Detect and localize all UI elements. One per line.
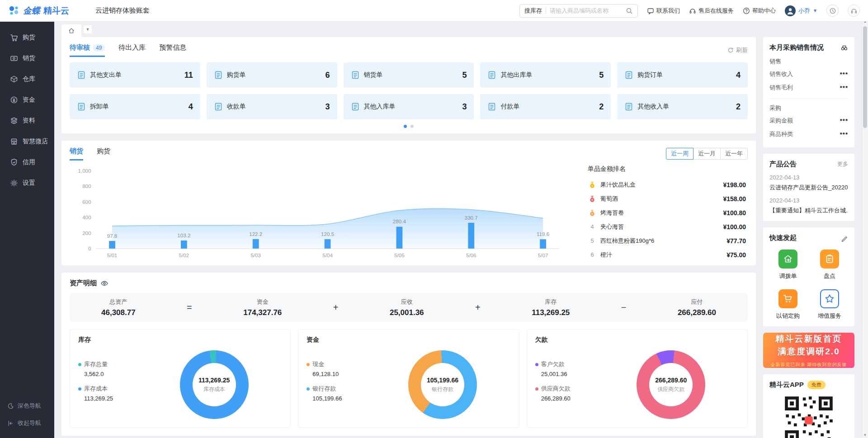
announcement-item[interactable]: 2022-04-13 云进销存产品更新公告_20220... [769, 174, 848, 192]
range-month-button[interactable]: 近一月 [693, 148, 721, 160]
range-year-button[interactable]: 近一年 [720, 148, 748, 160]
brand-logo[interactable]: 金蝶 精斗云 [8, 5, 69, 17]
tab-pending-review[interactable]: 待审核 49 [70, 43, 105, 57]
binoculars-icon[interactable] [840, 44, 848, 52]
funds-donut-chart[interactable]: 105,199.66 银行存款 [408, 350, 477, 419]
tile-count: 11 [184, 71, 193, 80]
tile-receipt[interactable]: 收款单 3 [207, 94, 337, 119]
tile-purchase-request[interactable]: 购货订单 4 [617, 62, 748, 88]
quick-transfer-order[interactable]: 调拨单 [769, 250, 807, 280]
ranking-row[interactable]: 4 夹心海苔 ¥100.00 [588, 220, 746, 234]
summary-label: 库存 [532, 298, 570, 306]
operator: − [621, 302, 627, 313]
todo-panel: 待审核 49 待出入库 预警信息 刷新 [61, 37, 756, 133]
summary-value: 113,269.25 [532, 308, 570, 317]
user-menu[interactable]: 小乔 ▼ [785, 5, 817, 16]
ranking-row[interactable]: 烤海苔卷 ¥100.80 [588, 206, 746, 220]
page-dot-1[interactable] [404, 125, 407, 128]
search-scope-selector[interactable]: 搜库存 [524, 7, 542, 15]
scroll-down-arrow[interactable]: ▼ [862, 432, 868, 438]
contact-us-link[interactable]: 联系我们 [647, 7, 680, 15]
product-types-row: 商品种类 *** [769, 127, 848, 141]
sidebar-item-credit[interactable]: 信用 [0, 152, 54, 173]
tab-pending-inout[interactable]: 待出入库 [118, 43, 146, 57]
after-sales-label: 售后在线服务 [698, 7, 734, 15]
tab-alerts[interactable]: 预警信息 [159, 43, 186, 57]
ranking-row[interactable]: 6 橙汁 ¥75.00 [588, 248, 746, 262]
legend-label: 供应商欠款 [541, 385, 571, 393]
inventory-donut-chart[interactable]: 113,269.25 库存成本 [180, 350, 249, 419]
tab-home[interactable] [61, 24, 81, 37]
donut-center-value: 105,199.66 [427, 377, 458, 384]
after-sales-link[interactable]: 售后在线服务 [689, 7, 734, 15]
tile-sales-order[interactable]: 销货单 5 [344, 62, 474, 88]
help-center-link[interactable]: 帮助中心 [743, 7, 776, 15]
quick-stocktake[interactable]: 盘点 [811, 250, 848, 280]
pending-count-badge: 49 [93, 44, 105, 52]
sidebar-item-data[interactable]: 资料 [0, 110, 54, 131]
sidebar-item-funds[interactable]: 资金 [0, 89, 54, 110]
scrollbar-thumb[interactable] [863, 26, 867, 128]
tile-other-expense[interactable]: 其他支出单 11 [70, 62, 200, 88]
tile-disassembly[interactable]: 拆卸单 4 [70, 94, 200, 119]
svg-text:330.7: 330.7 [465, 215, 478, 221]
survey-banner[interactable]: 精斗云新版首页 满意度调研2.0 全新首页已到来 期待收到您的反馈 [763, 333, 854, 368]
coin-icon [10, 96, 18, 104]
cart-icon [10, 33, 18, 42]
debt-donut-chart[interactable]: 266,289.60 供应商欠款 [637, 350, 705, 419]
banknote-icon [10, 54, 18, 62]
more-link[interactable]: 更多 [837, 160, 848, 168]
range-week-button[interactable]: 近一周 [666, 148, 693, 160]
tile-other-outbound[interactable]: 其他出库单 5 [480, 62, 611, 88]
tile-other-inbound[interactable]: 其他入库单 3 [344, 94, 474, 119]
sidebar-item-purchase[interactable]: 购货 [0, 27, 54, 48]
announcement-item[interactable]: 2022-04-13 【重要通知】精斗云工作台城... [769, 197, 848, 215]
tile-count: 4 [189, 102, 193, 112]
legend-item: 现金 69,128.10 [307, 360, 374, 377]
dark-nav-toggle[interactable]: 深色导航 [0, 397, 54, 414]
service-icon[interactable] [848, 5, 860, 17]
page-dot-2[interactable] [410, 125, 414, 128]
sidebar-item-sales[interactable]: 销货 [0, 48, 54, 69]
ranking-row[interactable]: 葡萄酒 ¥158.00 [588, 192, 746, 206]
tile-count: 4 [736, 71, 741, 80]
edit-icon[interactable] [841, 235, 848, 242]
sidebar-item-settings[interactable]: 设置 [0, 173, 54, 193]
operator: + [333, 302, 339, 313]
product-amount: ¥77.70 [726, 237, 746, 245]
tile-other-income[interactable]: 其他收入单 2 [617, 94, 748, 119]
stocktake-icon [820, 250, 839, 268]
svg-text:5/07: 5/07 [538, 253, 548, 258]
chat-icon [647, 7, 654, 14]
ranking-row[interactable]: 5 西红柿意粉酱190g*6 ¥77.70 [588, 234, 746, 248]
sidebar-item-microstore[interactable]: 智慧微店 [0, 131, 54, 152]
month-summary-card: 本月采购销售情况 销售 销售收入 *** 销售毛利 *** 采购 [763, 37, 854, 147]
ranking-row[interactable]: 果汁饮品礼盒 ¥198.00 [588, 178, 746, 192]
search-icon[interactable] [626, 7, 633, 14]
eye-icon[interactable] [100, 279, 108, 287]
history-icon[interactable] [826, 5, 839, 17]
quick-purchase-by-sales[interactable]: 以销定购 [769, 289, 807, 320]
range-segment: 近一周 近一月 近一年 [666, 148, 748, 160]
bill-icon [351, 71, 360, 80]
quick-item-label: 盘点 [824, 272, 835, 280]
svg-text:5/04: 5/04 [322, 253, 333, 258]
sidebar-item-warehouse[interactable]: 仓库 [0, 69, 54, 89]
quick-value-added-service[interactable]: 增值服务 [811, 289, 848, 320]
legend-value: 25,001.36 [541, 371, 603, 377]
tab-label: 预警信息 [159, 43, 186, 52]
tile-label: 其他支出单 [90, 71, 122, 79]
collapse-nav-button[interactable]: 收起导航 [0, 414, 54, 432]
tab-dropdown-caret[interactable]: ▼ [84, 25, 92, 33]
sidebar-item-label: 信用 [23, 158, 35, 166]
tile-payment[interactable]: 付款单 2 [480, 94, 611, 119]
tab-purchase-trend[interactable]: 购货 [97, 147, 110, 160]
announcements-card: 产品公告 更多 2022-04-13 云进销存产品更新公告_20220... 2… [763, 154, 854, 221]
kv-label: 采购金额 [769, 117, 793, 125]
search-input[interactable] [550, 7, 626, 14]
tile-purchase-order[interactable]: 购货单 6 [207, 62, 337, 88]
tab-sales-trend[interactable]: 销货 [70, 147, 83, 160]
refresh-button[interactable]: 刷新 [727, 46, 748, 54]
store-icon [10, 137, 18, 146]
workspace-title: 云进销存体验账套 [95, 6, 150, 15]
